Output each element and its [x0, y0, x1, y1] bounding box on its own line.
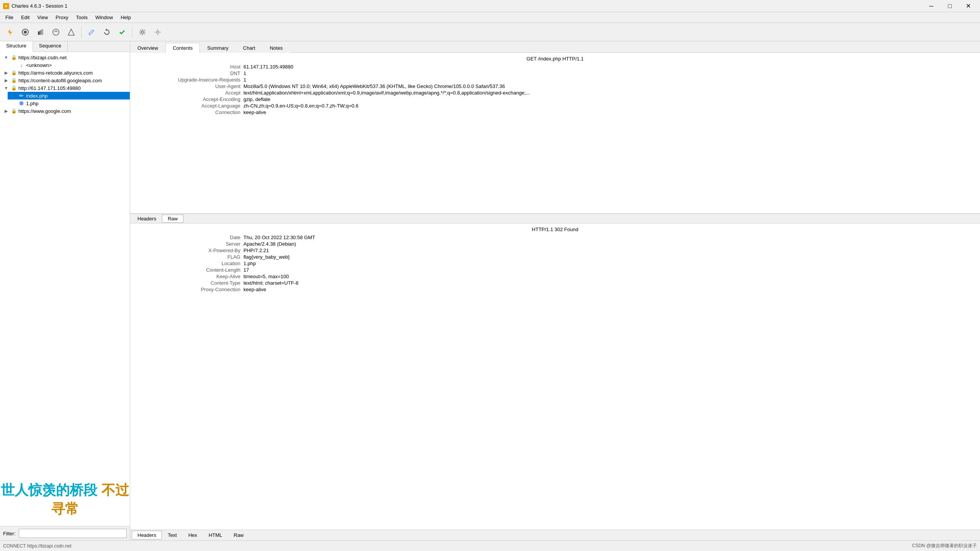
header-name-accept: Accept [136, 90, 243, 96]
tree-item-bizapi[interactable]: ▼ 🔒 https://bizapi.csdn.net [0, 54, 130, 61]
divider-tabs-request: Headers Raw [130, 214, 980, 223]
header-name-host: Host [136, 64, 243, 70]
resp-header-value-date: Thu, 20 Oct 2022 12:30:58 GMT [243, 235, 315, 240]
tree-item-61147[interactable]: ▼ 🔒 http://61.147.171.105:49880 [0, 84, 130, 92]
filter1-button[interactable] [49, 25, 63, 39]
header-row-accept-language: Accept-Language zh-CN,zh;q=0.9,en-US;q=0… [136, 103, 974, 109]
header-value-dnt: 1 [243, 70, 246, 76]
bottom-tab-headers[interactable]: Headers [132, 531, 162, 540]
bottom-tab-hex[interactable]: Hex [183, 531, 203, 540]
resp-header-row-pc: Proxy-Connection keep-alive [136, 287, 974, 292]
resp-header-value-xpb: PHP/7.2.21 [243, 248, 269, 253]
pencil-icon-index: ✏ [18, 93, 24, 99]
menu-bar: File Edit View Proxy Tools Window Help [0, 12, 980, 23]
maximize-button[interactable]: □ [941, 0, 959, 12]
tree-item-google[interactable]: ▶ 🔒 https://www.google.com [0, 107, 130, 115]
tab-sequence[interactable]: Sequence [33, 41, 68, 52]
tree-children-61147: ✏ index.php ⏺ 1.php [0, 92, 130, 107]
resp-header-row-location: Location 1.php [136, 261, 974, 266]
menu-file[interactable]: File [2, 13, 17, 22]
tree-label-bizapi: https://bizapi.csdn.net [18, 55, 67, 60]
divider-tab-headers[interactable]: Headers [132, 215, 162, 223]
bottom-tab-html[interactable]: HTML [203, 531, 228, 540]
window-title: Charles 4.6.3 - Session 1 [11, 3, 67, 9]
svg-rect-4 [38, 31, 40, 35]
tab-overview[interactable]: Overview [130, 43, 165, 53]
lightning-button[interactable] [3, 25, 17, 39]
header-value-host: 61.147.171.105:49880 [243, 64, 293, 70]
divider-tab-raw[interactable]: Raw [162, 215, 183, 223]
header-row-useragent: User-Agent Mozilla/5.0 (Windows NT 10.0;… [136, 83, 974, 89]
minimize-button[interactable]: ─ [923, 0, 940, 12]
status-left: CONNECT https://bizapi.csdn.net [3, 543, 72, 549]
menu-window[interactable]: Window [91, 13, 117, 22]
tree-item-unknown[interactable]: ↓ <unknown> [8, 61, 130, 69]
expand-arms[interactable]: ▶ [3, 70, 9, 75]
resp-header-value-ct: text/html; charset=UTF-8 [243, 280, 298, 286]
filter-input[interactable] [19, 529, 127, 538]
resp-header-row-cl: Content-Length 17 [136, 267, 974, 273]
tab-chart[interactable]: Chart [236, 43, 263, 53]
filter-bar: Filter: [0, 526, 130, 540]
content-panel: Overview Contents Summary Chart Notes GE… [130, 41, 980, 540]
settings-button[interactable] [136, 25, 149, 39]
sidebar-tree: ▼ 🔒 https://bizapi.csdn.net ↓ <unknown> … [0, 52, 130, 466]
lock-icon-61147: 🔒 [11, 85, 17, 91]
record-button[interactable] [18, 25, 32, 39]
lock-icon-bizapi: 🔒 [11, 54, 17, 60]
tools2-button[interactable] [151, 25, 165, 39]
header-row-connection: Connection keep-alive [136, 109, 974, 115]
edit-button[interactable] [85, 25, 98, 39]
expand-google[interactable]: ▶ [3, 109, 9, 114]
svg-marker-1 [8, 29, 12, 35]
header-value-conn: keep-alive [243, 109, 266, 115]
menu-tools[interactable]: Tools [72, 13, 91, 22]
svg-point-11 [141, 31, 144, 33]
header-name-upgrade: Upgrade-Insecure-Requests [136, 77, 243, 83]
tree-item-content-autofill[interactable]: ▶ 🔒 https://content-autofill.googleapis.… [0, 77, 130, 84]
menu-proxy[interactable]: Proxy [52, 13, 72, 22]
menu-edit[interactable]: Edit [17, 13, 33, 22]
svg-rect-5 [40, 30, 42, 35]
expand-bizapi[interactable]: ▼ [3, 55, 9, 60]
filter2-button[interactable] [64, 25, 78, 39]
throttle-button[interactable] [34, 25, 47, 39]
menu-view[interactable]: View [33, 13, 52, 22]
lock-icon-autofill: 🔒 [11, 77, 17, 83]
lock-icon-google: 🔒 [11, 108, 17, 114]
status-right: CSDN @微吉师微著的职业迷子 [912, 543, 977, 549]
header-row-accept: Accept text/html,application/xhtml+xml,a… [136, 90, 974, 96]
close-button[interactable]: ✕ [959, 0, 977, 12]
header-value-accept: text/html,application/xhtml+xml,applicat… [243, 90, 530, 96]
check-button[interactable] [115, 25, 129, 39]
svg-point-7 [53, 29, 59, 35]
tab-notes[interactable]: Notes [263, 43, 290, 53]
request-section: GET /index.php HTTP/1.1 Host 61.147.171.… [130, 53, 980, 214]
tree-label-1-php: 1.php [26, 101, 39, 106]
tree-item-index-php[interactable]: ✏ index.php [8, 92, 130, 99]
resp-header-row-ka: Keep-Alive timeout=5, max=100 [136, 274, 974, 279]
tab-contents[interactable]: Contents [165, 43, 200, 53]
header-row-dnt: DNT 1 [136, 70, 974, 76]
resp-header-name-ct: Content-Type [136, 280, 243, 286]
bottom-tab-text[interactable]: Text [162, 531, 183, 540]
expand-61147[interactable]: ▼ [3, 86, 9, 90]
resp-header-row-ct: Content-Type text/html; charset=UTF-8 [136, 280, 974, 286]
dot-icon-1php: ⏺ [18, 100, 24, 106]
tab-summary[interactable]: Summary [200, 43, 236, 53]
svg-marker-8 [68, 29, 74, 35]
expand-autofill[interactable]: ▶ [3, 78, 9, 83]
header-value-ua: Mozilla/5.0 (Windows NT 10.0; Win64; x64… [243, 83, 505, 89]
tree-item-arms[interactable]: ▶ 🔒 https://arms-retcode.aliyuncs.com [0, 69, 130, 77]
refresh-button[interactable] [100, 25, 114, 39]
menu-help[interactable]: Help [117, 13, 135, 22]
watermark-blue-text: 世人惊羡的桥段 [1, 482, 97, 498]
svg-rect-6 [41, 29, 43, 35]
bottom-tab-raw[interactable]: Raw [228, 531, 250, 540]
response-http-line: HTTP/1.1 302 Found [136, 227, 974, 232]
resp-header-name-ka: Keep-Alive [136, 274, 243, 279]
bottom-tabs: Headers Text Hex HTML Raw [130, 530, 980, 540]
header-name-al: Accept-Language [136, 103, 243, 109]
tree-item-1-php[interactable]: ⏺ 1.php [8, 99, 130, 107]
tab-structure[interactable]: Structure [0, 41, 33, 52]
